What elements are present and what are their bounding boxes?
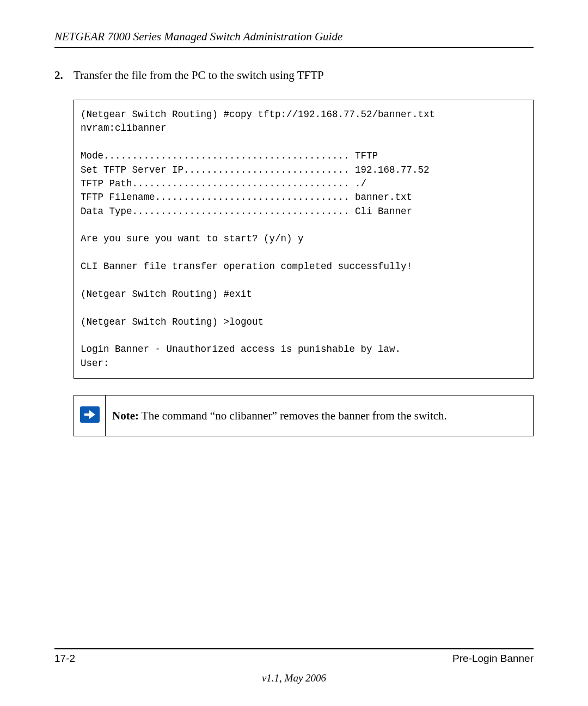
note-label: Note:: [112, 409, 139, 422]
note-icon-cell: [74, 395, 106, 436]
footer-page-number: 17-2: [54, 653, 75, 665]
note-box: Note: The command “no clibanner” removes…: [74, 395, 534, 436]
footer-version: v1.1, May 2006: [54, 672, 534, 684]
page-footer: 17-2 Pre-Login Banner v1.1, May 2006: [54, 648, 534, 684]
step-line: 2. Transfer the file from the PC to the …: [54, 69, 534, 82]
note-text: Note: The command “no clibanner” removes…: [106, 395, 534, 436]
footer-section-title: Pre-Login Banner: [452, 653, 534, 665]
terminal-output-box: (Netgear Switch Routing) #copy tftp://19…: [74, 100, 534, 379]
step-text: Transfer the file from the PC to the swi…: [74, 69, 324, 82]
step-number: 2.: [54, 69, 74, 82]
note-body: The command “no clibanner” removes the b…: [139, 409, 447, 422]
page-header: NETGEAR 7000 Series Managed Switch Admin…: [54, 30, 534, 48]
arrow-right-icon: [80, 406, 100, 423]
